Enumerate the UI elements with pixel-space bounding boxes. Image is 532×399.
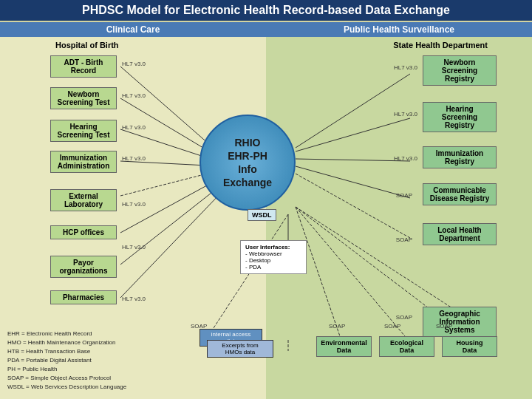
immunization-admin-box: ImmunizationAdministration <box>50 151 117 173</box>
payor-org-box: Payororganizations <box>50 256 117 278</box>
hl7-label-4: HL7 v3.0 <box>122 155 146 162</box>
user-interfaces-title: User Interfaces: <box>245 244 301 250</box>
soap-right-1: SOAP <box>396 192 412 199</box>
legend-ph: PH = Public Health <box>7 365 126 374</box>
local-health-dept-box: Local HealthDepartment <box>423 223 497 245</box>
hospital-label: Hospital of Birth <box>55 41 119 50</box>
hl7-label-2: HL7 v3.0 <box>122 92 146 99</box>
legend-soap: SOAP = Simple Object Access Protocol <box>7 374 126 383</box>
hl7-label-6: HL7 v3.0 <box>122 244 146 250</box>
newborn-screening-registry-box: NewbornScreeningRegistry <box>423 55 497 86</box>
rhio-text: RHIO EHR-PH Info Exchange <box>223 136 272 190</box>
geo-info-systems-box: GeographicInformationSystems <box>423 307 497 337</box>
hl7-right-3: HL7 v3.0 <box>394 155 417 162</box>
user-interfaces-webbrowser: - Webbrowser <box>245 250 301 257</box>
public-health-header: Public Health Surveillance <box>266 22 532 37</box>
user-interfaces-desktop: - Desktop <box>245 257 301 264</box>
hearing-screening-registry-box: HearingScreeningRegistry <box>423 102 497 132</box>
soap-bottom-2: SOAP <box>329 323 345 330</box>
soap-bottom-4: SOAP <box>436 323 452 330</box>
hl7-right-2: HL7 v3.0 <box>394 111 417 117</box>
legend-pda: PDA = Portable Digital Assistant <box>7 356 126 365</box>
legend-hmo: HMO = Health Maintenance Organization <box>7 338 126 347</box>
communicable-disease-box: CommunicableDisease Registry <box>423 183 497 205</box>
housing-data-box: HousingData <box>442 336 497 357</box>
title-text: PHDSC Model for Electronic Health Record… <box>82 4 450 16</box>
soap-bottom-3: SOAP <box>384 323 400 330</box>
state-dept-label: State Health Department <box>393 41 488 50</box>
legend: EHR = Electronic Health Record HMO = Hea… <box>7 330 126 392</box>
hl7-label-1: HL7 v3.0 <box>122 61 146 67</box>
external-lab-box: ExternalLaboratory <box>50 189 117 211</box>
clinical-care-header: Clinical Care <box>0 22 266 37</box>
user-interfaces-pda: - PDA <box>245 264 301 270</box>
rhio-circle: RHIO EHR-PH Info Exchange <box>200 115 296 211</box>
hcp-offices-box: HCP offices <box>50 225 117 239</box>
legend-ehr: EHR = Electronic Health Record <box>7 330 126 338</box>
wsdl-box: WSDL <box>248 209 276 221</box>
hl7-label-3: HL7 v3.0 <box>122 124 146 131</box>
hl7-label-5: HL7 v3.0 <box>122 201 146 208</box>
adt-birth-record-box: ADT - BirthRecord <box>50 55 117 78</box>
hearing-screening-test-box: HearingScreening Test <box>50 120 117 142</box>
section-headers: Clinical Care Public Health Surveillance <box>0 22 532 37</box>
title-bar: PHDSC Model for Electronic Health Record… <box>0 0 532 21</box>
environmental-data-box: EnvironmentalData <box>316 336 372 357</box>
newborn-screening-test-box: NewbornScreening Test <box>50 87 117 109</box>
soap-right-2: SOAP <box>396 236 412 243</box>
legend-htb: HTB = Health Transaction Base <box>7 347 126 356</box>
main-container: PHDSC Model for Electronic Health Record… <box>0 0 532 399</box>
legend-wsdl: WSDL = Web Services Description Language <box>7 383 126 392</box>
hl7-right-1: HL7 v3.0 <box>394 64 417 71</box>
hl7-label-7: HL7 v3.0 <box>122 296 146 302</box>
immunization-registry-box: ImmunizationRegistry <box>423 146 497 168</box>
excerpts-box: Excerpts fromHMOs data <box>207 340 273 358</box>
pharmacies-box: Pharmacies <box>50 290 117 304</box>
ecological-data-box: EcologicalData <box>379 336 434 357</box>
user-interfaces-box: User Interfaces: - Webbrowser - Desktop … <box>240 240 307 274</box>
soap-right-3: SOAP <box>396 314 412 321</box>
